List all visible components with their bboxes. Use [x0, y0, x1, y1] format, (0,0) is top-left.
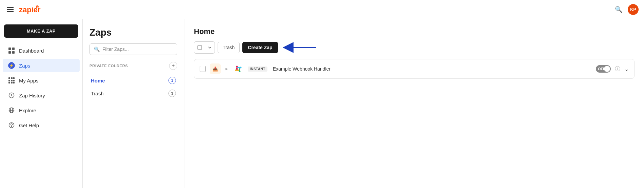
private-folders-header: PRIVATE FOLDERS + — [89, 62, 177, 70]
menu-button[interactable] — [5, 6, 15, 13]
zap-arrow-icon: ► — [225, 67, 229, 71]
zapier-logo: zapier ✳ — [19, 5, 46, 14]
help-icon — [8, 122, 15, 129]
sidebar-item-zaps[interactable]: ⚡ Zaps — [3, 59, 80, 72]
topbar-left: zapier ✳ — [5, 5, 46, 14]
select-chevron[interactable] — [205, 42, 215, 53]
sidebar-label-dashboard: Dashboard — [19, 48, 44, 54]
svg-rect-10 — [8, 80, 10, 81]
grid-icon — [8, 47, 15, 54]
instant-badge: INSTANT — [248, 67, 267, 72]
filter-search-input[interactable] — [102, 46, 173, 52]
svg-rect-34 — [236, 70, 239, 71]
sidebar-item-explore[interactable]: Explore — [3, 104, 80, 117]
filter-search-box: 🔍 — [89, 43, 177, 55]
webhook-svg: 📥 — [212, 65, 219, 72]
folder-home-name: Home — [91, 78, 105, 83]
svg-text:✳: ✳ — [37, 6, 39, 8]
content-title: Home — [194, 27, 635, 36]
zap-info-button[interactable]: ⓘ — [615, 65, 620, 73]
svg-rect-26 — [234, 64, 243, 74]
svg-rect-21 — [198, 45, 202, 50]
svg-rect-15 — [13, 82, 15, 83]
clock-icon — [8, 92, 15, 99]
zap-icon: ⚡ — [8, 62, 15, 69]
slack-app-icon — [233, 63, 244, 74]
select-dropdown — [194, 41, 215, 54]
svg-text:📥: 📥 — [213, 66, 218, 72]
folder-panel: Zaps 🔍 PRIVATE FOLDERS + Home 1 Trash 3 — [83, 19, 184, 188]
folder-home[interactable]: Home 1 — [89, 74, 177, 87]
content-panel: Home Trash Create Zap — [184, 19, 644, 188]
globe-icon — [8, 107, 15, 114]
svg-rect-4 — [12, 48, 15, 50]
svg-rect-12 — [13, 80, 15, 81]
topbar: zapier ✳ 🔍 KP — [0, 0, 644, 19]
zap-item: 📥 ► INSTANT Example Webhook — [194, 59, 635, 79]
create-zap-button[interactable]: Create Zap — [242, 42, 278, 53]
sidebar-label-get-help: Get Help — [19, 123, 39, 128]
svg-rect-3 — [8, 48, 11, 50]
arrow-icon — [282, 42, 319, 53]
zap-name: Example Webhook Handler — [273, 66, 592, 72]
zapier-logo-svg: zapier ✳ — [19, 5, 46, 14]
folder-trash[interactable]: Trash 3 — [89, 87, 177, 100]
sidebar-label-zaps: Zaps — [19, 63, 30, 69]
arrow-annotation — [282, 42, 319, 53]
sidebar-item-zap-history[interactable]: Zap History — [3, 89, 80, 102]
add-folder-button[interactable]: + — [169, 62, 177, 70]
webhook-app-icon: 📥 — [210, 63, 221, 74]
toolbar: Trash Create Zap — [194, 41, 635, 54]
toggle-label: OFF — [598, 67, 605, 71]
main-content: Zaps 🔍 PRIVATE FOLDERS + Home 1 Trash 3 … — [83, 0, 644, 188]
sidebar-item-get-help[interactable]: Get Help — [3, 118, 80, 132]
svg-rect-13 — [8, 82, 10, 83]
svg-rect-9 — [13, 77, 15, 79]
topbar-right: 🔍 KP — [615, 4, 639, 15]
page-title: Zaps — [89, 27, 177, 38]
sidebar: MAKE A ZAP Dashboard ⚡ Zaps My Apps — [0, 0, 83, 188]
user-avatar[interactable]: KP — [628, 4, 639, 15]
make-zap-button[interactable]: MAKE A ZAP — [4, 24, 78, 38]
trash-button[interactable]: Trash — [218, 42, 240, 53]
search-button[interactable]: 🔍 — [615, 6, 622, 13]
sidebar-label-zap-history: Zap History — [19, 93, 45, 98]
svg-rect-14 — [11, 82, 13, 83]
svg-rect-11 — [11, 80, 13, 81]
sidebar-item-dashboard[interactable]: Dashboard — [3, 44, 80, 57]
sidebar-label-explore: Explore — [19, 108, 36, 113]
toggle-wrap: OFF — [596, 65, 611, 73]
section-title: PRIVATE FOLDERS — [89, 64, 128, 68]
zap-checkbox[interactable] — [200, 66, 206, 72]
folder-home-badge: 1 — [168, 77, 176, 84]
sidebar-nav: Dashboard ⚡ Zaps My Apps Zap History — [0, 40, 82, 135]
select-checkbox[interactable] — [194, 42, 205, 53]
zap-toggle[interactable]: OFF — [596, 65, 611, 73]
svg-point-20 — [11, 127, 12, 127]
sidebar-label-my-apps: My Apps — [19, 78, 39, 83]
svg-rect-7 — [8, 77, 10, 79]
svg-rect-8 — [11, 77, 13, 79]
folder-trash-name: Trash — [91, 91, 104, 96]
svg-rect-30 — [237, 67, 240, 68]
sidebar-item-my-apps[interactable]: My Apps — [3, 74, 80, 87]
svg-rect-5 — [8, 51, 11, 54]
slack-svg — [234, 64, 243, 74]
folder-trash-badge: 3 — [168, 90, 176, 97]
apps-grid-icon — [8, 77, 15, 84]
zap-expand-button[interactable]: ⌄ — [624, 66, 629, 72]
svg-rect-6 — [12, 51, 15, 54]
svg-rect-32 — [239, 68, 240, 71]
filter-search-icon: 🔍 — [94, 46, 100, 52]
